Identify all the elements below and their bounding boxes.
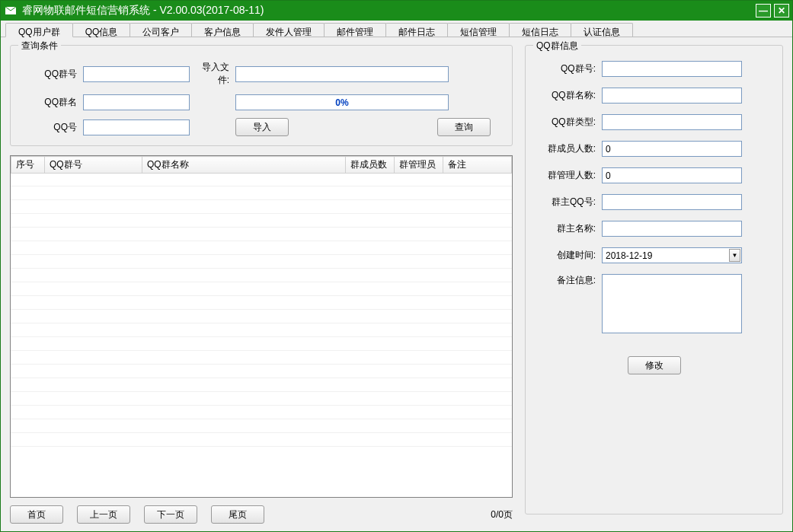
tab-sms-log[interactable]: 短信日志 — [509, 23, 571, 37]
last-page-button[interactable]: 尾页 — [211, 505, 264, 524]
input-qq-group-no[interactable] — [83, 66, 190, 82]
col-remark[interactable]: 备注 — [443, 157, 512, 174]
mail-icon — [4, 5, 18, 16]
label-qq-no: QQ号 — [20, 121, 77, 134]
query-fieldset: 查询条件 QQ群号 导入文件: QQ群名 0% QQ号 — [10, 45, 513, 146]
window-title: 睿网物联邮件短信营销系统 - V2.00.03(2017-08-11) — [22, 4, 753, 18]
tab-sms-mgmt[interactable]: 短信管理 — [447, 23, 510, 37]
input-qq-no[interactable] — [83, 119, 190, 135]
page-info: 0/0页 — [491, 508, 513, 521]
col-group-no[interactable]: QQ群号 — [45, 157, 142, 174]
title-bar: 睿网物联邮件短信营销系统 - V2.00.03(2017-08-11) — ✕ — [1, 1, 792, 21]
tabs-bar: QQ用户群 QQ信息 公司客户 客户信息 发件人管理 邮件管理 邮件日志 短信管… — [1, 21, 792, 37]
input-qq-group-name[interactable] — [83, 94, 190, 110]
input-info-member-count[interactable] — [602, 141, 742, 157]
label-info-owner-name: 群主名称: — [535, 222, 596, 235]
info-legend: QQ群信息 — [533, 40, 581, 53]
close-button[interactable]: ✕ — [774, 4, 789, 18]
label-info-create-time: 创建时间: — [535, 249, 596, 262]
label-info-remark: 备注信息: — [535, 274, 596, 287]
app-window: 睿网物联邮件短信营销系统 - V2.00.03(2017-08-11) — ✕ … — [0, 0, 793, 532]
label-info-group-type: QQ群类型: — [535, 116, 596, 129]
prev-page-button[interactable]: 上一页 — [77, 505, 130, 524]
query-legend: 查询条件 — [18, 40, 61, 53]
label-info-group-no: QQ群号: — [535, 62, 596, 75]
search-button[interactable]: 查询 — [437, 118, 491, 136]
info-fieldset: QQ群信息 QQ群号: QQ群名称: QQ群类型: 群成员人数: — [525, 45, 783, 514]
label-info-admin-count: 群管理人数: — [535, 169, 596, 182]
next-page-button[interactable]: 下一页 — [144, 505, 197, 524]
left-column: 查询条件 QQ群号 导入文件: QQ群名 0% QQ号 — [10, 45, 513, 524]
table-body[interactable] — [11, 173, 512, 497]
first-page-button[interactable]: 首页 — [10, 505, 63, 524]
col-member-count[interactable]: 群成员数 — [346, 157, 395, 174]
input-import-file[interactable] — [235, 66, 449, 82]
textarea-info-remark[interactable] — [602, 274, 742, 333]
input-info-group-name[interactable] — [602, 88, 742, 104]
date-dropdown-icon[interactable]: ▼ — [729, 249, 740, 262]
tab-auth-info[interactable]: 认证信息 — [571, 23, 633, 37]
import-button[interactable]: 导入 — [235, 118, 289, 136]
label-info-owner-qq: 群主QQ号: — [535, 196, 596, 209]
label-import-file: 导入文件: — [196, 61, 229, 87]
input-info-create-time[interactable] — [602, 247, 742, 263]
results-table[interactable]: 序号 QQ群号 QQ群名称 群成员数 群管理员 备注 — [10, 155, 513, 498]
content-area: 查询条件 QQ群号 导入文件: QQ群名 0% QQ号 — [1, 37, 792, 531]
minimize-button[interactable]: — — [756, 4, 771, 18]
col-admin[interactable]: 群管理员 — [395, 157, 443, 174]
input-info-owner-name[interactable] — [602, 221, 742, 237]
tab-qq-info[interactable]: QQ信息 — [72, 23, 131, 37]
tab-company-customer[interactable]: 公司客户 — [130, 23, 192, 37]
input-info-owner-qq[interactable] — [602, 194, 742, 210]
progress-text: 0% — [335, 97, 348, 108]
tab-mail-mgmt[interactable]: 邮件管理 — [324, 23, 386, 37]
input-info-group-no[interactable] — [602, 61, 742, 77]
import-progress: 0% — [235, 94, 449, 110]
modify-button[interactable]: 修改 — [628, 356, 681, 374]
label-info-member-count: 群成员人数: — [535, 142, 596, 155]
tab-sender-mgmt[interactable]: 发件人管理 — [253, 23, 325, 37]
tab-mail-log[interactable]: 邮件日志 — [385, 23, 448, 37]
label-info-group-name: QQ群名称: — [535, 89, 596, 102]
tab-customer-info[interactable]: 客户信息 — [191, 23, 254, 37]
pager: 首页 上一页 下一页 尾页 0/0页 — [10, 498, 513, 524]
label-qq-group-no: QQ群号 — [20, 68, 77, 81]
right-column: QQ群信息 QQ群号: QQ群名称: QQ群类型: 群成员人数: — [525, 45, 783, 524]
tab-qq-user-group[interactable]: QQ用户群 — [5, 23, 73, 37]
col-seq[interactable]: 序号 — [11, 157, 45, 174]
col-group-name[interactable]: QQ群名称 — [142, 157, 346, 174]
input-info-group-type[interactable] — [602, 114, 742, 130]
input-info-admin-count[interactable] — [602, 167, 742, 183]
label-qq-group-name: QQ群名 — [20, 96, 77, 109]
